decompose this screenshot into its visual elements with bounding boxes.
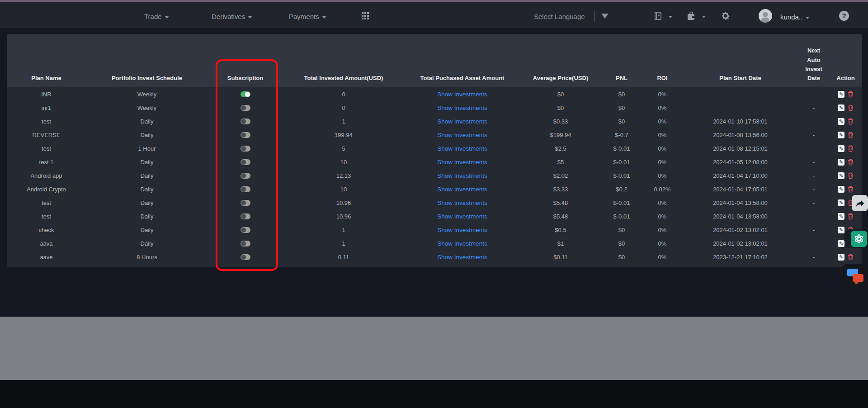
subscription-toggle[interactable]	[241, 186, 250, 192]
subscription-toggle[interactable]	[241, 91, 250, 97]
subscription-toggle[interactable]	[241, 146, 250, 152]
trash-icon[interactable]	[848, 172, 854, 179]
show-investments-link[interactable]: Show Investments	[437, 132, 487, 138]
trash-icon[interactable]	[848, 254, 854, 261]
edit-icon[interactable]: ✎	[838, 254, 844, 261]
show-investments-link[interactable]: Show Investments	[437, 145, 487, 152]
subscription-toggle[interactable]	[241, 159, 250, 165]
table-row: test Daily 1 Show Investments $0.33 $0 0…	[7, 114, 862, 128]
invested-cell: 1	[283, 223, 405, 237]
trash-icon[interactable]	[848, 91, 854, 98]
trash-icon[interactable]	[848, 145, 854, 152]
edit-icon[interactable]: ✎	[838, 104, 844, 111]
next-date-cell: -	[798, 223, 830, 237]
subscription-toggle[interactable]	[241, 254, 250, 260]
subscription-toggle[interactable]	[241, 173, 250, 179]
start-date-cell: 2023-12-21 17:10:02	[683, 250, 798, 264]
invested-cell: 12.13	[283, 169, 405, 182]
edit-icon[interactable]: ✎	[838, 172, 844, 179]
subscription-toggle[interactable]	[241, 200, 250, 206]
subscription-toggle[interactable]	[241, 241, 250, 247]
show-investments-link[interactable]: Show Investments	[437, 104, 487, 111]
subscription-toggle[interactable]	[241, 227, 250, 233]
show-investments-link[interactable]: Show Investments	[437, 199, 487, 206]
share-arrow-icon[interactable]	[852, 195, 868, 211]
chatgpt-icon[interactable]	[851, 231, 867, 247]
avatar[interactable]	[759, 9, 772, 23]
col-header-invested: Total Invested Amount(USD)	[283, 34, 405, 87]
edit-icon[interactable]: ✎	[838, 91, 844, 98]
orderbook-icon[interactable]	[654, 11, 664, 20]
chevron-down-icon	[248, 16, 252, 19]
purchased-cell: Show Investments	[405, 223, 520, 237]
edit-icon[interactable]: ✎	[838, 227, 844, 233]
show-investments-link[interactable]: Show Investments	[437, 172, 487, 179]
menu-derivatives[interactable]: Derivatives	[212, 13, 252, 20]
subscription-cell	[208, 209, 283, 223]
trash-icon[interactable]	[848, 213, 854, 220]
menu-derivatives-label: Derivatives	[212, 13, 245, 20]
invested-cell: 10.96	[283, 209, 405, 223]
next-date-cell: -	[798, 155, 830, 169]
avg-price-cell: $0.11	[520, 250, 601, 264]
start-date-cell	[683, 101, 798, 114]
edit-icon[interactable]: ✎	[838, 159, 844, 166]
edit-icon[interactable]: ✎	[838, 240, 844, 247]
edit-icon[interactable]: ✎	[838, 199, 844, 206]
table-row: test 1 Hour 5 Show Investments $2.5 $-0.…	[7, 142, 862, 155]
show-investments-link[interactable]: Show Investments	[437, 186, 487, 193]
edit-icon[interactable]: ✎	[838, 132, 844, 138]
roi-cell: 0%	[642, 128, 683, 142]
subscription-toggle[interactable]	[241, 105, 250, 111]
show-investments-link[interactable]: Show Investments	[437, 118, 487, 125]
col-header-plan-name: Plan Name	[7, 34, 86, 87]
subscription-toggle[interactable]	[241, 119, 250, 124]
windows-taskbar: Type here to search	[0, 380, 868, 408]
chevron-down-icon	[806, 17, 809, 19]
show-investments-link[interactable]: Show Investments	[437, 213, 487, 220]
chevron-down-icon	[669, 16, 672, 18]
avg-price-cell: $0	[520, 101, 601, 114]
wallet-icon[interactable]	[686, 11, 696, 21]
roi-cell: 0%	[642, 155, 683, 169]
start-date-cell: 2024-01-08 13:56:00	[683, 128, 798, 142]
subscription-toggle[interactable]	[241, 132, 250, 138]
roi-cell: 0%	[642, 250, 683, 264]
plan-name-cell: Android app	[7, 169, 86, 182]
table-row: inr1 Weekly 0 Show Investments $0 $0 0% …	[7, 101, 862, 114]
next-date-cell: -	[798, 169, 830, 182]
language-dropdown-icon[interactable]	[601, 14, 609, 19]
edit-icon[interactable]: ✎	[838, 213, 844, 220]
trash-icon[interactable]	[848, 159, 854, 166]
trash-icon[interactable]	[848, 118, 854, 125]
chat-bubbles-icon[interactable]	[842, 264, 868, 288]
show-investments-link[interactable]: Show Investments	[437, 91, 487, 98]
show-investments-link[interactable]: Show Investments	[437, 240, 487, 247]
language-selector[interactable]: Select Language	[534, 13, 585, 20]
help-icon[interactable]: ?	[839, 11, 849, 21]
user-menu[interactable]: kunda..	[780, 13, 809, 21]
show-investments-link[interactable]: Show Investments	[437, 227, 487, 233]
invested-cell: 10.96	[283, 196, 405, 209]
purchased-cell: Show Investments	[405, 169, 520, 182]
pnl-cell: $-0.01	[601, 209, 642, 223]
divider	[594, 11, 594, 22]
trash-icon[interactable]	[848, 186, 854, 193]
menu-trade-label: Trade	[144, 13, 162, 20]
next-date-cell: -	[798, 196, 830, 209]
schedule-cell: Daily	[86, 114, 208, 128]
edit-icon[interactable]: ✎	[838, 186, 844, 193]
subscription-toggle[interactable]	[241, 213, 250, 219]
trash-icon[interactable]	[848, 104, 854, 111]
next-date-cell: -	[798, 142, 830, 155]
menu-trade[interactable]: Trade	[144, 13, 169, 20]
edit-icon[interactable]: ✎	[838, 118, 844, 125]
edit-icon[interactable]: ✎	[838, 145, 844, 152]
gear-icon[interactable]	[721, 11, 731, 21]
show-investments-link[interactable]: Show Investments	[437, 159, 487, 166]
apps-grid-icon[interactable]	[362, 12, 369, 19]
show-investments-link[interactable]: Show Investments	[437, 254, 487, 261]
trash-icon[interactable]	[848, 132, 854, 138]
plan-name-cell: test	[7, 114, 86, 128]
menu-payments[interactable]: Payments	[289, 13, 326, 20]
